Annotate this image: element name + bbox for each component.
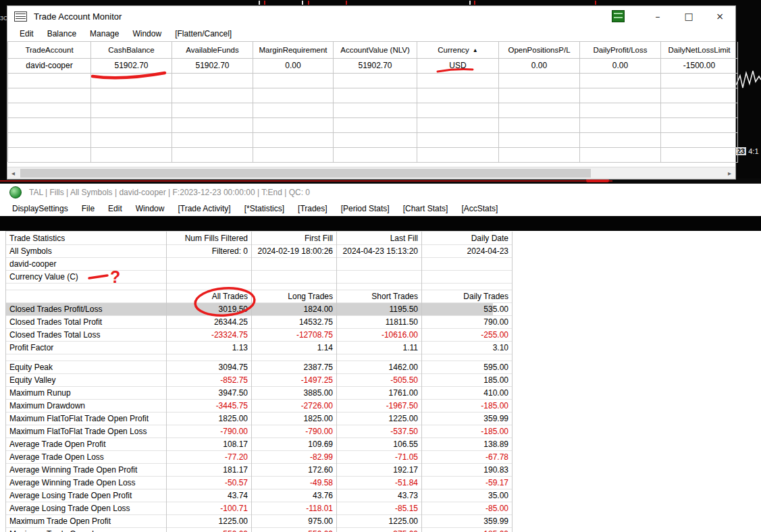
stats-value: 35.00 [422, 489, 513, 502]
stats-value: 2387.75 [252, 361, 337, 374]
stats-row-closed-trades-profit-loss[interactable]: Closed Trades Profit/Loss3019.501824.001… [6, 302, 493, 315]
stats-value: -49.58 [252, 476, 337, 489]
menu-item-window[interactable]: Window [126, 29, 168, 38]
empty-cell [172, 117, 253, 133]
stats-value [422, 270, 513, 284]
dom-ladder-icon[interactable] [612, 10, 625, 22]
empty-cell [253, 132, 334, 148]
menu-item-displaysettings[interactable]: DisplaySettings [5, 204, 75, 213]
stats-row-equity-valley[interactable]: Equity Valley-852.75-1497.25-505.50185.0… [6, 373, 493, 386]
price-line-chart [735, 5, 761, 182]
column-header-cashbalance[interactable]: CashBalance [91, 42, 172, 59]
empty-cell [172, 88, 253, 103]
empty-cell [417, 132, 499, 148]
column-header-currency[interactable]: Currency▲ [417, 42, 499, 59]
empty-row [7, 103, 735, 117]
empty-cell [253, 88, 334, 103]
menu-item-chart-stats[interactable]: [Chart Stats] [396, 204, 455, 213]
menu-item-file[interactable]: File [75, 204, 101, 213]
empty-cell [91, 88, 172, 103]
stats-row-closed-trades-total-profit[interactable]: Closed Trades Total Profit26344.2514532.… [6, 315, 493, 328]
stats-row-currency-value-c[interactable]: Currency Value (C) [6, 270, 493, 283]
stats-value: Daily Trades [422, 290, 513, 303]
stats-row-profit-factor[interactable]: Profit Factor1.131.141.113.10 [6, 341, 493, 354]
titlebar[interactable]: TAL | Fills | All Symbols | david-cooper… [0, 184, 761, 201]
stats-row-maximum-flattoflat-trade-open-loss[interactable]: Maximum FlatToFlat Trade Open Loss-790.0… [6, 425, 493, 437]
scrollbar-thumb[interactable] [20, 169, 591, 178]
menu-item-edit[interactable]: Edit [101, 204, 129, 213]
stats-label: david-cooper [6, 257, 167, 271]
column-header-availablefunds[interactable]: AvailableFunds [172, 42, 253, 59]
stats-row-maximum-flattoflat-trade-open-profit[interactable]: Maximum FlatToFlat Trade Open Profit1825… [6, 412, 493, 425]
account-table-header: TradeAccountCashBalanceAvailableFundsMar… [7, 41, 735, 58]
minimize-button[interactable]: – [642, 6, 673, 26]
stats-value: 790.00 [422, 315, 513, 329]
maximize-button[interactable]: □ [673, 6, 704, 26]
stats-value: 410.00 [422, 386, 513, 400]
stats-row-maximum-trade-open-loss[interactable]: Maximum Trade Open Loss-550.00-550.00-37… [6, 527, 493, 532]
stats-row-trade-statistics[interactable]: Trade StatisticsNum Fills FilteredFirst … [6, 232, 493, 244]
stats-row-average-losing-trade-open-profit[interactable]: Average Losing Trade Open Profit43.7443.… [6, 489, 493, 502]
stats-value: 1225.00 [337, 412, 422, 425]
stats-row-blank[interactable] [6, 354, 493, 361]
menu-item-statistics[interactable]: [*Statistics] [238, 204, 291, 213]
empty-cell [580, 103, 661, 118]
stats-value: Daily Date [422, 232, 513, 245]
stats-row-closed-trades-total-loss[interactable]: Closed Trades Total Loss-23324.75-12708.… [6, 328, 493, 341]
stats-value: Last Fill [337, 232, 422, 245]
column-header-dailynetlosslimit[interactable]: DailyNetLossLimit [661, 42, 738, 59]
stats-value: 1195.50 [337, 302, 422, 316]
menu-item-period-stats[interactable]: [Period Stats] [334, 204, 396, 213]
stats-value: -852.75 [167, 373, 252, 387]
menu-item-window[interactable]: Window [129, 204, 172, 213]
stats-row-maximum-runup[interactable]: Maximum Runup3947.503885.001761.00410.00 [6, 386, 493, 399]
account-row[interactable]: david-cooper51902.7051902.700.0051902.70… [7, 58, 735, 73]
stats-value: -2726.00 [252, 399, 337, 413]
stats-row-blank[interactable]: All TradesLong TradesShort TradesDaily T… [6, 290, 493, 302]
stats-row-average-winning-trade-open-loss[interactable]: Average Winning Trade Open Loss-50.57-49… [6, 476, 493, 489]
stats-value: 1462.00 [337, 361, 422, 374]
menu-item-accstats[interactable]: [AccStats] [454, 204, 504, 213]
menu-item-manage[interactable]: Manage [83, 29, 126, 38]
stats-row-average-winning-trade-open-profit[interactable]: Average Winning Trade Open Profit181.171… [6, 463, 493, 476]
menu-item-trade-activity[interactable]: [Trade Activity] [171, 204, 237, 213]
column-header-accountvalue-nlv[interactable]: AccountValue (NLV) [334, 42, 417, 59]
stats-row-average-losing-trade-open-loss[interactable]: Average Losing Trade Open Loss-100.71-11… [6, 502, 493, 514]
stats-row-maximum-drawdown[interactable]: Maximum Drawdown-3445.75-2726.00-1967.50… [6, 399, 493, 412]
scroll-left-icon[interactable]: ◂ [7, 169, 19, 177]
empty-row [7, 132, 735, 147]
menu-item-balance[interactable]: Balance [41, 29, 83, 38]
menu-item-trades[interactable]: [Trades] [291, 204, 334, 213]
stats-row-average-trade-open-loss[interactable]: Average Trade Open Loss-77.20-82.99-71.0… [6, 450, 493, 463]
stats-value: 192.17 [337, 463, 422, 477]
stats-row-average-trade-open-profit[interactable]: Average Trade Open Profit108.17109.69106… [6, 437, 493, 450]
stats-row-blank[interactable] [6, 283, 493, 290]
menu-item-flatten-cancel[interactable]: [Flatten/Cancel] [168, 29, 238, 38]
column-header-openpositionsp-l[interactable]: OpenPositionsP/L [499, 42, 580, 59]
horizontal-scrollbar[interactable]: ◂ ▸ [7, 167, 735, 179]
menu-item-edit[interactable]: Edit [13, 29, 41, 38]
stats-value: 2024-04-23 [422, 244, 513, 258]
statistics-table: Trade StatisticsNum Fills FilteredFirst … [5, 231, 493, 532]
stats-label: All Symbols [6, 244, 167, 258]
empty-cell [417, 117, 499, 133]
stats-row-all-symbols[interactable]: All SymbolsFiltered: 02024-02-19 18:00:2… [6, 244, 493, 257]
stats-row-equity-peak[interactable]: Equity Peak3094.752387.751462.00595.00 [6, 361, 493, 373]
column-header-marginrequirement[interactable]: MarginRequirement [253, 42, 334, 59]
stats-value: -3445.75 [167, 399, 252, 413]
stats-value: 1225.00 [167, 514, 252, 528]
titlebar[interactable]: Trade Account Monitor – □ × [7, 6, 735, 26]
stats-row-maximum-trade-open-profit[interactable]: Maximum Trade Open Profit1225.00975.0012… [6, 514, 493, 527]
column-header-dailyprofit-loss[interactable]: DailyProfit/Loss [580, 42, 661, 59]
column-header-tradeaccount[interactable]: TradeAccount [8, 42, 91, 59]
stats-value: 172.60 [252, 463, 337, 477]
stats-label: Average Trade Open Profit [6, 437, 167, 451]
close-button[interactable]: × [704, 6, 735, 26]
stats-row-david-cooper[interactable]: david-cooper [6, 257, 493, 270]
scrollbar-track[interactable] [19, 167, 724, 179]
background-chart-right-sliver: 23 4:1 [735, 5, 761, 182]
stats-value: -550.00 [252, 527, 337, 532]
time-axis: 23 4:1 [735, 147, 759, 155]
stats-value: -85.15 [337, 502, 422, 515]
scroll-right-icon[interactable]: ▸ [724, 169, 735, 177]
